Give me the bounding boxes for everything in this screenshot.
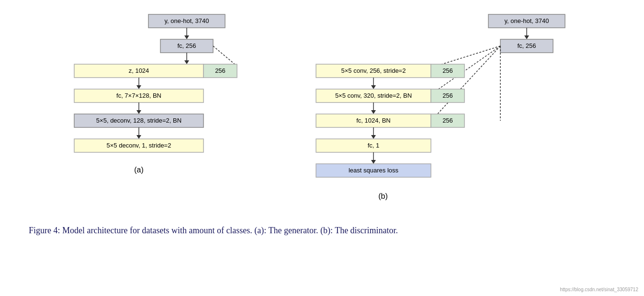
b-conv256-side-label: 256 (442, 67, 453, 74)
a-fc7x7-label: fc, 7×7×128, BN (116, 92, 161, 99)
main-container: y, one-hot, 3740 fc, 256 z, 1024 256 fc,… (0, 0, 644, 296)
b-conv256-label: 5×5 conv, 256, stride=2 (341, 67, 406, 74)
architecture-diagram: y, one-hot, 3740 fc, 256 z, 1024 256 fc,… (19, 10, 625, 216)
svg-marker-2 (184, 35, 189, 39)
figure-caption-text: Figure 4: Model architecture for dataset… (29, 226, 398, 235)
b-loss-label: least squares loss (349, 167, 399, 174)
svg-marker-20 (524, 35, 529, 39)
a-input-label: y, one-hot, 3740 (165, 17, 209, 24)
svg-marker-10 (136, 85, 141, 89)
figure-caption: Figure 4: Model architecture for dataset… (19, 224, 625, 237)
b-input-label: y, one-hot, 3740 (505, 17, 549, 24)
watermark: https://blog.csdn.net/sinat_33059712 (560, 287, 638, 292)
a-deconv128-label: 5×5, deconv, 128, stride=2, BN (96, 117, 181, 124)
svg-marker-36 (371, 135, 376, 139)
caption-a: (a) (134, 166, 144, 174)
b-fc1024-side-label: 256 (442, 117, 453, 124)
b-fc256-label: fc, 256 (517, 42, 536, 49)
svg-line-4 (213, 46, 237, 66)
svg-marker-28 (371, 85, 376, 89)
a-z1024-side-label: 256 (215, 67, 226, 74)
svg-marker-13 (136, 110, 141, 114)
svg-marker-39 (371, 160, 376, 164)
b-fc1-label: fc, 1 (368, 142, 380, 149)
svg-marker-32 (371, 110, 376, 114)
a-fc256-label: fc, 256 (177, 42, 196, 49)
caption-b: (b) (378, 192, 388, 200)
b-fc1024-label: fc, 1024, BN (356, 117, 391, 124)
svg-marker-16 (136, 135, 141, 139)
a-z1024-label: z, 1024 (129, 67, 149, 74)
watermark-text: https://blog.csdn.net/sinat_33059712 (560, 287, 638, 292)
b-conv320-label: 5×5 conv, 320, stride=2, BN (335, 92, 412, 99)
a-deconv1-label: 5×5 deconv, 1, stride=2 (107, 142, 171, 149)
svg-marker-6 (184, 60, 189, 64)
b-conv320-side-label: 256 (442, 92, 453, 99)
svg-line-24 (436, 46, 500, 116)
